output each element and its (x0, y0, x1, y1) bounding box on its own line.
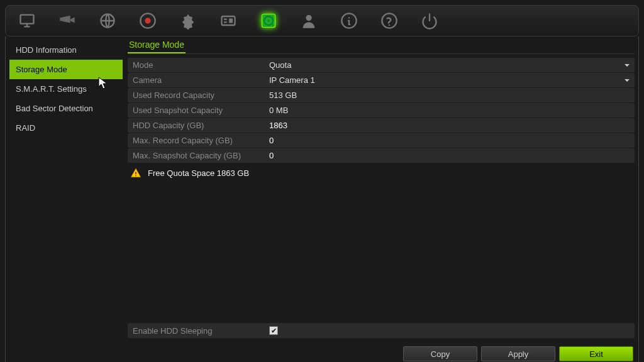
tab-storage-mode[interactable]: Storage Mode (128, 38, 186, 53)
help-icon[interactable] (372, 8, 407, 34)
used-snapshot-row: Used Snapshot Capacity 0 MB (128, 103, 635, 118)
max-snapshot-row[interactable]: Max. Snapshot Capacity (GB) 0 (128, 148, 635, 163)
alert-icon[interactable] (170, 8, 206, 34)
record-icon[interactable] (130, 8, 165, 34)
sidebar-item-storage-mode[interactable]: Storage Mode (9, 60, 123, 79)
sidebar-item-label: RAID (16, 123, 35, 133)
used-record-label: Used Record Capacity (128, 90, 269, 100)
svg-rect-15 (135, 172, 136, 175)
camera-dropdown[interactable]: IP Camera 1 (269, 75, 635, 85)
settings-icon[interactable] (211, 8, 246, 34)
hdd-capacity-label: HDD Capacity (GB) (128, 121, 269, 130)
enable-sleeping-checkbox[interactable]: ✔ (269, 326, 278, 335)
svg-rect-4 (222, 16, 235, 25)
mode-label: Mode (128, 60, 269, 70)
monitor-icon[interactable] (9, 8, 45, 34)
info-icon[interactable] (331, 8, 367, 34)
apply-button[interactable]: Apply (481, 346, 555, 361)
sidebar-item-bad-sector-detection[interactable]: Bad Sector Detection (9, 99, 123, 118)
used-record-row: Used Record Capacity 513 GB (128, 88, 635, 102)
power-icon[interactable] (412, 8, 447, 34)
sidebar-item-label: HDD Information (16, 45, 77, 55)
camera-icon[interactable] (50, 8, 85, 34)
svg-rect-0 (21, 15, 34, 24)
settings-sidebar: HDD Information Storage Mode S.M.A.R.T. … (9, 40, 123, 362)
free-quota-warning: Free Quota Space 1863 GB (128, 163, 635, 182)
sidebar-item-label: S.M.A.R.T. Settings (16, 84, 87, 94)
main-toolbar (5, 5, 639, 36)
warning-icon (130, 167, 142, 178)
hdd-icon[interactable] (251, 8, 286, 34)
max-snapshot-input[interactable]: 0 (269, 151, 635, 160)
svg-point-3 (145, 18, 150, 23)
used-snapshot-value: 0 MB (269, 106, 635, 115)
mode-row[interactable]: Mode Quota (128, 58, 635, 72)
globe-icon[interactable] (90, 8, 125, 34)
copy-button[interactable]: Copy (403, 346, 477, 361)
svg-rect-7 (229, 19, 233, 23)
svg-point-10 (267, 19, 270, 22)
max-record-row[interactable]: Max. Record Capacity (GB) 0 (128, 133, 635, 148)
svg-rect-6 (224, 21, 227, 23)
sidebar-item-smart-settings[interactable]: S.M.A.R.T. Settings (9, 79, 123, 99)
camera-label: Camera (128, 75, 269, 85)
camera-row[interactable]: Camera IP Camera 1 (128, 73, 635, 87)
max-record-label: Max. Record Capacity (GB) (128, 136, 269, 145)
chevron-down-icon (625, 79, 630, 82)
action-buttons: Copy Apply Exit (128, 344, 635, 362)
sidebar-item-label: Bad Sector Detection (16, 104, 93, 113)
exit-button[interactable]: Exit (559, 346, 633, 361)
hdd-capacity-value: 1863 (269, 121, 635, 130)
sidebar-item-hdd-information[interactable]: HDD Information (9, 40, 123, 60)
svg-rect-16 (135, 175, 136, 177)
hdd-capacity-row: HDD Capacity (GB) 1863 (128, 118, 635, 133)
mode-dropdown[interactable]: Quota (269, 60, 635, 70)
svg-point-11 (272, 25, 274, 26)
enable-sleeping-label: Enable HDD Sleeping (128, 326, 269, 336)
svg-rect-5 (224, 19, 227, 20)
svg-point-12 (306, 15, 311, 21)
used-record-value: 513 GB (269, 90, 635, 100)
max-snapshot-label: Max. Snapshot Capacity (GB) (128, 151, 269, 160)
sidebar-item-raid[interactable]: RAID (9, 118, 123, 138)
max-record-input[interactable]: 0 (269, 136, 635, 145)
free-quota-text: Free Quota Space 1863 GB (148, 168, 249, 178)
used-snapshot-label: Used Snapshot Capacity (128, 106, 269, 115)
tabbar: Storage Mode (128, 40, 635, 54)
chevron-down-icon (625, 64, 630, 67)
user-icon[interactable] (291, 8, 326, 34)
enable-sleeping-row[interactable]: Enable HDD Sleeping ✔ (128, 323, 635, 338)
main-panel: Storage Mode Mode Quota Camera IP Camera… (123, 40, 635, 362)
sidebar-item-label: Storage Mode (16, 65, 67, 74)
